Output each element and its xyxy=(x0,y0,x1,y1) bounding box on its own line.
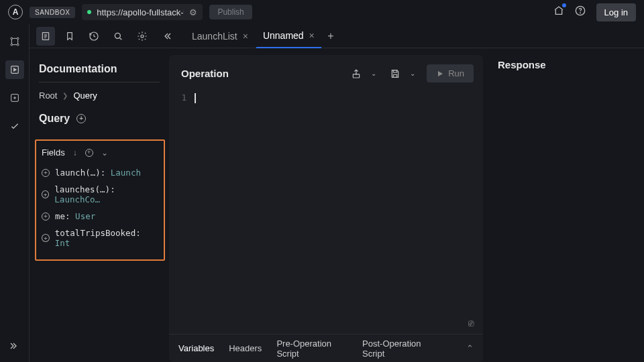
toolbar-search-icon[interactable] xyxy=(109,27,127,46)
field-launches[interactable]: + launches(…): LaunchCo… xyxy=(42,181,158,208)
save-dropdown-icon[interactable]: ⌄ xyxy=(405,66,420,81)
field-type[interactable]: Int xyxy=(55,238,70,248)
endpoint-url: https://apollo-fullstack-t xyxy=(97,7,184,17)
chevron-down-icon[interactable]: ⌄ xyxy=(101,148,108,158)
share-dropdown-icon[interactable]: ⌄ xyxy=(366,66,381,81)
line-number: 1 xyxy=(169,92,193,334)
field-name: totalTripsBooked: xyxy=(55,228,141,238)
collapse-bottom-icon[interactable]: ⌃ xyxy=(466,343,474,353)
toolbar-collapse-icon[interactable] xyxy=(157,27,176,46)
endpoint-settings-icon[interactable]: ⚙ xyxy=(189,7,197,17)
field-launch[interactable]: + launch(…): Launch xyxy=(42,164,158,181)
rail-expand-icon[interactable] xyxy=(5,337,24,355)
add-field-icon[interactable]: + xyxy=(42,234,50,242)
endpoint-input[interactable]: https://apollo-fullstack-t ⚙ xyxy=(82,4,203,20)
add-field-icon[interactable]: + xyxy=(42,190,49,198)
run-button[interactable]: Run xyxy=(427,64,474,82)
bottom-tab-variables[interactable]: Variables xyxy=(178,343,214,353)
editor-cursor xyxy=(195,93,196,103)
operation-title: Operation xyxy=(181,68,342,79)
toolbar-docs-icon[interactable] xyxy=(36,27,55,46)
svg-point-1 xyxy=(580,13,580,13)
rail-schema-icon[interactable] xyxy=(5,32,24,51)
field-name: me: xyxy=(55,211,75,221)
add-query-icon[interactable]: + xyxy=(76,114,86,123)
tab-label: LaunchList xyxy=(192,31,237,42)
notifications-icon[interactable] xyxy=(553,5,564,19)
field-name: launches(…): xyxy=(54,184,115,194)
svg-point-4 xyxy=(11,44,13,46)
login-button[interactable]: Log in xyxy=(596,3,636,21)
tab-unnamed[interactable]: Unnamed × xyxy=(256,24,321,48)
chevron-right-icon: ❯ xyxy=(62,92,68,99)
tab-launchlist[interactable]: LaunchList × xyxy=(185,24,255,48)
field-totaltripsbooked[interactable]: + totalTripsBooked: Int xyxy=(42,225,158,251)
svg-point-2 xyxy=(11,38,13,40)
close-icon[interactable]: × xyxy=(309,30,315,41)
share-icon[interactable] xyxy=(349,66,364,81)
svg-rect-13 xyxy=(393,74,396,77)
toolbar-bookmark-icon[interactable] xyxy=(60,27,79,46)
field-type[interactable]: LaunchCo… xyxy=(54,194,100,204)
toggle-icon[interactable]: ⎚ xyxy=(468,318,474,328)
field-name: launch(…): xyxy=(55,168,111,178)
tab-label: Unnamed xyxy=(263,30,304,41)
breadcrumb-current: Query xyxy=(73,90,97,101)
response-title: Response xyxy=(498,59,633,70)
operation-editor[interactable]: 1 ⎚ xyxy=(169,88,483,334)
toolbar-history-icon[interactable] xyxy=(85,27,103,46)
documentation-title: Documentation xyxy=(39,63,160,82)
apollo-logo[interactable]: A xyxy=(8,5,23,19)
status-dot-icon xyxy=(87,10,91,14)
svg-point-5 xyxy=(17,44,19,46)
field-me[interactable]: + me: User xyxy=(42,208,158,225)
query-type-label: Query xyxy=(39,113,70,125)
svg-rect-12 xyxy=(393,70,396,72)
field-type[interactable]: User xyxy=(75,211,95,221)
bottom-tab-headers[interactable]: Headers xyxy=(229,343,262,353)
rail-check-icon[interactable] xyxy=(5,117,24,135)
add-all-fields-icon[interactable]: + xyxy=(85,149,93,157)
svg-point-9 xyxy=(115,33,120,38)
run-label: Run xyxy=(448,68,464,78)
rail-add-icon[interactable] xyxy=(5,88,24,107)
sandbox-badge: SANDBOX xyxy=(30,7,75,18)
save-icon[interactable] xyxy=(388,66,402,81)
publish-button[interactable]: Publish xyxy=(209,5,252,19)
breadcrumb: Root ❯ Query xyxy=(39,90,160,101)
rail-explorer-icon[interactable] xyxy=(5,60,24,79)
svg-point-3 xyxy=(17,38,19,40)
add-field-icon[interactable]: + xyxy=(42,213,50,221)
bottom-tab-preop[interactable]: Pre-Operation Script xyxy=(276,339,347,359)
breadcrumb-root[interactable]: Root xyxy=(39,90,57,101)
add-field-icon[interactable]: + xyxy=(42,169,50,177)
sort-icon[interactable]: ↓ xyxy=(73,148,77,158)
help-icon[interactable] xyxy=(575,5,586,19)
fields-label: Fields xyxy=(42,147,65,158)
toolbar-settings-icon[interactable] xyxy=(133,27,152,46)
svg-point-10 xyxy=(141,35,144,38)
add-tab-button[interactable]: + xyxy=(323,28,339,44)
field-type[interactable]: Launch xyxy=(111,168,141,178)
fields-section: Fields ↓ + ⌄ + launch(…): Launch + launc… xyxy=(35,139,165,261)
close-icon[interactable]: × xyxy=(243,31,248,42)
bottom-tab-postop[interactable]: Post-Operation Script xyxy=(362,339,437,359)
